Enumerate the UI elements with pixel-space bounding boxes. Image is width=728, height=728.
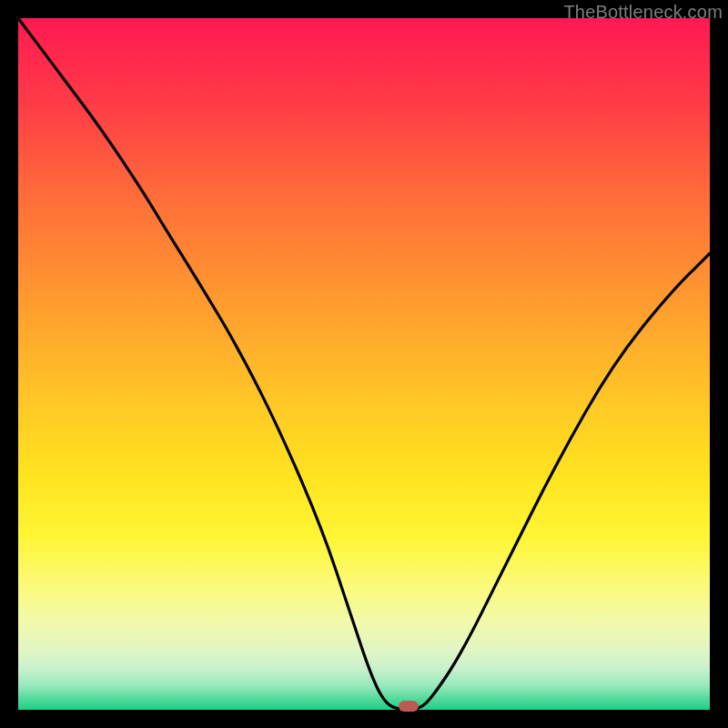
curve-path: [18, 18, 710, 710]
plot-area: [18, 18, 710, 710]
optimal-marker: [399, 701, 419, 712]
chart-frame: TheBottleneck.com: [0, 0, 728, 728]
bottleneck-curve: [18, 18, 710, 710]
